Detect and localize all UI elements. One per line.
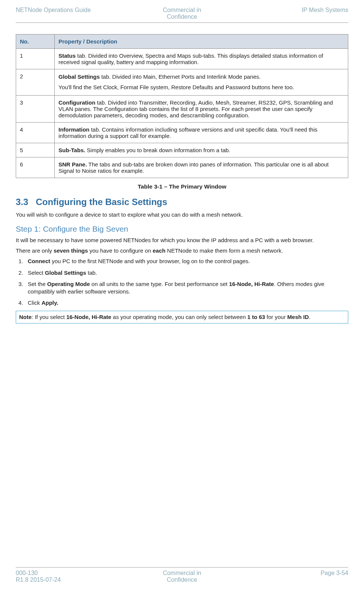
list-item: Select Global Settings tab. (25, 269, 348, 277)
row-bold: Global Settings (58, 73, 100, 80)
header-center-line2: Confidence (167, 13, 197, 20)
p2-mid: you have to configure on (88, 247, 153, 254)
table-header-row: No. Property / Description (16, 34, 348, 49)
row-text: tab. Divided into Overview, Spectra and … (58, 52, 323, 65)
footer-rule (16, 567, 348, 568)
row-para2: You'll find the Set Clock, Format File s… (58, 84, 344, 91)
header-center: Commercial in Confidence (127, 7, 238, 20)
section-intro: You will wish to configure a device to s… (16, 211, 348, 219)
list-item: Connect you PC to the first NETNode and … (25, 258, 348, 265)
row-bold: Configuration (58, 99, 95, 106)
p2-b1: seven things (54, 247, 88, 254)
p2-pre: There are only (16, 247, 54, 254)
footer-left: 000-130 R1.8 2015-07-24 (16, 570, 127, 583)
cell-desc: Status tab. Divided into Overview, Spect… (55, 49, 348, 69)
note-post: . (309, 314, 310, 320)
s4-pre: Click (28, 299, 42, 306)
footer-center: Commercial in Confidence (127, 570, 238, 583)
note-mid2: for your (265, 314, 287, 320)
table-row: 2 Global Settings tab. Divided into Main… (16, 69, 348, 96)
section-number: 3.3 (16, 197, 28, 207)
s2-bold: Global Settings (45, 270, 86, 276)
s4-bold: Apply. (42, 299, 58, 306)
header-rule (16, 22, 348, 23)
footer-left-line1: 000-130 (16, 570, 38, 576)
section-heading: 3.3 Configuring the Basic Settings (16, 197, 348, 207)
footer-right: Page 3-54 (237, 570, 348, 583)
note-b3: Mesh ID (287, 314, 309, 320)
cell-desc: Global Settings tab. Divided into Main, … (55, 69, 348, 96)
table-caption: Table 3-1 – The Primary Window (16, 183, 348, 190)
step-heading: Step 1: Configure the Big Seven (16, 225, 348, 234)
row-bold: Sub-Tabs. (58, 147, 85, 153)
footer-left-line2: R1.8 2015-07-24 (16, 577, 61, 583)
cell-no: 4 (16, 122, 55, 143)
note-mid: as your operating mode, you can only sel… (111, 314, 247, 320)
s1-rest: you PC to the first NETNode and with you… (50, 258, 250, 264)
list-item: Set the Operating Mode on all units to t… (25, 280, 348, 296)
p2-post: NETNode to make them form a mesh network… (165, 247, 283, 254)
primary-window-table: No. Property / Description 1 Status tab.… (16, 34, 348, 178)
section-title: Configuring the Basic Settings (36, 197, 167, 207)
page-footer: 000-130 R1.8 2015-07-24 Commercial in Co… (16, 556, 348, 583)
cell-no: 1 (16, 49, 55, 69)
header-center-line1: Commercial in (163, 7, 201, 13)
cell-desc: Information tab. Contains information in… (55, 122, 348, 143)
note-b1: 16-Node, Hi-Rate (66, 314, 111, 320)
row-text: tab. Divided into Main, Ethernet Ports a… (100, 73, 261, 80)
s3-b2: 16-Node, Hi-Rate (229, 281, 274, 287)
s3-mid: on all units to the same type. For best … (90, 281, 229, 287)
table-row: 4 Information tab. Contains information … (16, 122, 348, 143)
header-right: IP Mesh Systems (237, 7, 348, 20)
p2-b2: each (153, 247, 165, 254)
row-text: The tabs and sub-tabs are broken down in… (58, 161, 329, 174)
s2-post: tab. (86, 270, 97, 276)
row-bold: Information (58, 126, 90, 133)
row-text: tab. Divided into Transmitter, Recording… (58, 99, 333, 118)
note-pre: : If you select (31, 314, 66, 320)
s2-pre: Select (28, 270, 45, 276)
steps-list: Connect you PC to the first NETNode and … (16, 258, 348, 307)
row-bold: SNR Pane. (58, 161, 87, 168)
cell-no: 2 (16, 69, 55, 96)
step-p2: There are only seven things you have to … (16, 247, 348, 255)
s3-pre: Set the (28, 281, 47, 287)
page: NETNode Operations Guide Commercial in C… (0, 0, 364, 590)
cell-no: 6 (16, 157, 55, 178)
th-desc: Property / Description (55, 34, 348, 49)
footer-row: 000-130 R1.8 2015-07-24 Commercial in Co… (16, 570, 348, 583)
note-b2: 1 to 63 (247, 314, 265, 320)
cell-no: 5 (16, 143, 55, 157)
list-item: Click Apply. (25, 299, 348, 307)
cell-desc: Configuration tab. Divided into Transmit… (55, 95, 348, 122)
cell-desc: SNR Pane. The tabs and sub-tabs are brok… (55, 157, 348, 178)
page-header: NETNode Operations Guide Commercial in C… (16, 7, 348, 20)
th-no: No. (16, 34, 55, 49)
table-row: 6 SNR Pane. The tabs and sub-tabs are br… (16, 157, 348, 178)
step-p1: It will be necessary to have some powere… (16, 237, 348, 244)
footer-center-line2: Confidence (167, 577, 197, 583)
row-text: Simply enables you to break down informa… (85, 147, 230, 153)
footer-center-line1: Commercial in (163, 570, 201, 576)
table-row: 3 Configuration tab. Divided into Transm… (16, 95, 348, 122)
cell-desc: Sub-Tabs. Simply enables you to break do… (55, 143, 348, 157)
header-left: NETNode Operations Guide (16, 7, 127, 20)
cell-no: 3 (16, 95, 55, 122)
table-row: 5 Sub-Tabs. Simply enables you to break … (16, 143, 348, 157)
s1-bold: Connect (28, 258, 50, 264)
note-box: Note: If you select 16-Node, Hi-Rate as … (16, 311, 348, 323)
row-text: tab. Contains information including soft… (58, 126, 318, 139)
note-label: Note (19, 314, 31, 320)
row-bold: Status (58, 52, 76, 59)
s3-b1: Operating Mode (47, 281, 90, 287)
table-row: 1 Status tab. Divided into Overview, Spe… (16, 49, 348, 69)
